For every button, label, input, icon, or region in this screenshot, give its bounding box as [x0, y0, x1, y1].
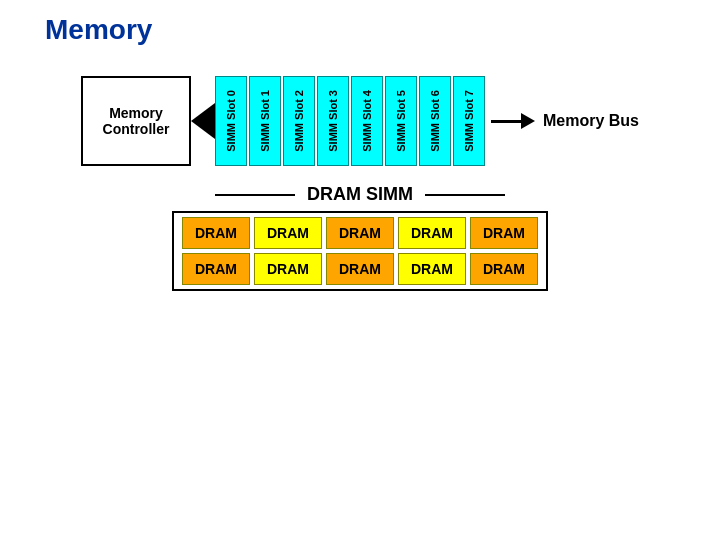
dram-cell-0-2: DRAM	[326, 217, 394, 249]
dram-cell-1-0: DRAM	[182, 253, 250, 285]
dram-grid: DRAMDRAMDRAMDRAMDRAMDRAMDRAMDRAMDRAMDRAM	[172, 211, 548, 291]
memory-controller-box: Memory Controller	[81, 76, 191, 166]
dram-cell-0-4: DRAM	[470, 217, 538, 249]
memory-bus-arrow: Memory Bus	[491, 112, 639, 130]
dram-row-0: DRAMDRAMDRAMDRAMDRAM	[182, 217, 538, 249]
dram-cell-0-3: DRAM	[398, 217, 466, 249]
dram-section: DRAM SIMM DRAMDRAMDRAMDRAMDRAMDRAMDRAMDR…	[172, 184, 548, 291]
simm-slot-label-6: SIMM Slot 6	[429, 90, 441, 152]
arrow-line	[491, 120, 521, 123]
dram-line-right	[425, 194, 505, 196]
dram-simm-title: DRAM SIMM	[307, 184, 413, 205]
dram-cell-1-1: DRAM	[254, 253, 322, 285]
dram-row-1: DRAMDRAMDRAMDRAMDRAM	[182, 253, 538, 285]
simm-slot-3: SIMM Slot 3	[317, 76, 349, 166]
simm-slot-4: SIMM Slot 4	[351, 76, 383, 166]
simm-slot-label-3: SIMM Slot 3	[327, 90, 339, 152]
simm-slot-0: SIMM Slot 0	[215, 76, 247, 166]
memory-bus-label: Memory Bus	[543, 112, 639, 130]
memory-controller-label: Memory Controller	[103, 105, 170, 137]
dram-cell-0-1: DRAM	[254, 217, 322, 249]
simm-slot-7: SIMM Slot 7	[453, 76, 485, 166]
top-row: Memory Controller SIMM Slot 0SIMM Slot 1…	[81, 76, 639, 166]
page-title: Memory	[0, 0, 720, 46]
simm-slot-2: SIMM Slot 2	[283, 76, 315, 166]
dram-cell-1-4: DRAM	[470, 253, 538, 285]
simm-slot-6: SIMM Slot 6	[419, 76, 451, 166]
dram-cell-0-0: DRAM	[182, 217, 250, 249]
main-diagram: Memory Controller SIMM Slot 0SIMM Slot 1…	[0, 76, 720, 291]
simm-slot-label-5: SIMM Slot 5	[395, 90, 407, 152]
simm-slot-label-4: SIMM Slot 4	[361, 90, 373, 152]
arrow-head-icon	[521, 113, 535, 129]
simm-slot-1: SIMM Slot 1	[249, 76, 281, 166]
simm-slot-label-1: SIMM Slot 1	[259, 90, 271, 152]
simm-slot-5: SIMM Slot 5	[385, 76, 417, 166]
simm-slot-label-0: SIMM Slot 0	[225, 90, 237, 152]
left-arrow-icon	[191, 103, 215, 139]
simm-slot-label-2: SIMM Slot 2	[293, 90, 305, 152]
dram-line-left	[215, 194, 295, 196]
controller-arrow	[191, 103, 215, 139]
dram-cell-1-2: DRAM	[326, 253, 394, 285]
simm-slot-label-7: SIMM Slot 7	[463, 90, 475, 152]
simm-slots-container: SIMM Slot 0SIMM Slot 1SIMM Slot 2SIMM Sl…	[215, 76, 485, 166]
dram-cell-1-3: DRAM	[398, 253, 466, 285]
dram-simm-header: DRAM SIMM	[215, 184, 505, 205]
